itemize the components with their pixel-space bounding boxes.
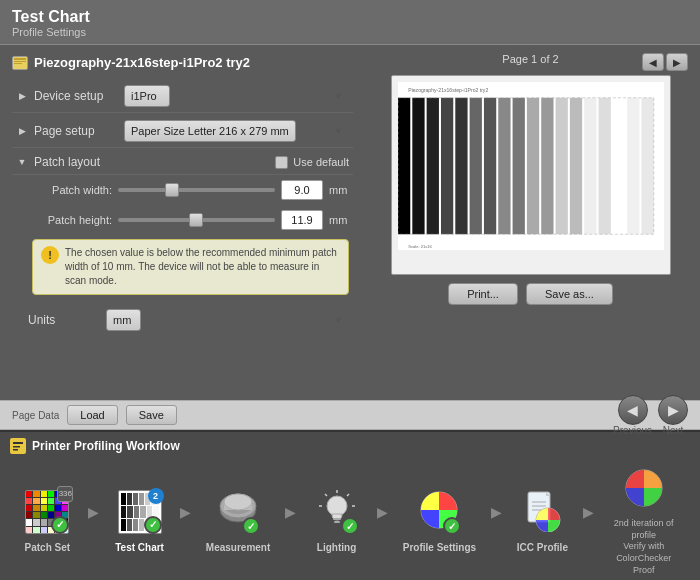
patch-layout-section: ▼ Patch layout Use default Patch width: … [12, 150, 353, 299]
svg-rect-21 [627, 98, 639, 235]
page-setup-select[interactable]: Paper Size Letter 216 x 279 mm A4 [124, 120, 296, 142]
next-label: Next [663, 425, 684, 436]
profile-name: Piezography-21x16step-i1Pro2 try2 [34, 55, 250, 70]
save-button[interactable]: Save [126, 405, 177, 425]
svg-rect-14 [526, 98, 538, 235]
page-setup-row: ▶ Page setup Paper Size Letter 216 x 279… [12, 115, 353, 148]
workflow-step-patch-set: 336 ✓ Patch Set [21, 486, 73, 553]
svg-text:Scale: 21x16: Scale: 21x16 [408, 244, 432, 249]
svg-rect-11 [483, 98, 495, 235]
page-title: Test Chart [12, 8, 688, 26]
main-area: Piezography-21x16step-i1Pro2 try2 ▶ Devi… [0, 45, 700, 400]
svg-rect-26 [13, 442, 23, 444]
load-button[interactable]: Load [67, 405, 117, 425]
icc-profile-label: ICC Profile [517, 542, 568, 553]
profile-settings-label: Profile Settings [403, 542, 476, 553]
measurement-icon-container: ✓ [212, 486, 264, 538]
previous-nav-group: ◀ Previous [613, 395, 652, 436]
svg-rect-13 [512, 98, 524, 235]
next-page-btn[interactable]: ▶ [666, 53, 688, 71]
use-default-checkbox[interactable] [275, 156, 288, 169]
units-select[interactable]: mm inch [106, 309, 141, 331]
svg-rect-12 [498, 98, 510, 235]
page-setup-toggle[interactable]: ▶ [16, 125, 28, 137]
next-nav-group: ▶ Next [658, 395, 688, 436]
chart-preview: Piezography-21x16step-i1Pro2 try2 [391, 75, 671, 275]
workflow-steps: 336 ✓ Patch Set ▶ [10, 462, 690, 576]
use-default-row: Use default [275, 156, 349, 169]
units-arrow: ▼ [334, 315, 343, 325]
prev-page-btn[interactable]: ◀ [642, 53, 664, 71]
test-chart-check: ✓ [144, 516, 162, 534]
test-chart-badge: 2 [148, 488, 164, 504]
print-button[interactable]: Print... [448, 283, 518, 305]
svg-rect-16 [555, 98, 567, 235]
svg-rect-22 [641, 98, 653, 235]
patch-layout-toggle[interactable]: ▼ [16, 156, 28, 168]
page-indicator: Page 1 of 2 [502, 53, 558, 65]
arrow-2: ▶ [180, 504, 191, 520]
page-data-label: Page Data [12, 410, 59, 421]
device-setup-toggle[interactable]: ▶ [16, 90, 28, 102]
page-setup-arrow: ▼ [334, 126, 343, 136]
use-default-label: Use default [293, 156, 349, 168]
chart-preview-inner: Piezography-21x16step-i1Pro2 try2 [398, 82, 664, 250]
patch-height-label: Patch height: [32, 214, 112, 226]
page-setup-label: Page setup [34, 124, 124, 138]
header: Test Chart Profile Settings [0, 0, 700, 45]
lighting-check: ✓ [341, 517, 359, 535]
arrow-6: ▶ [583, 504, 594, 520]
patch-width-thumb[interactable] [165, 183, 179, 197]
warning-box: ! The chosen value is below the recommen… [32, 239, 349, 295]
measurement-check: ✓ [242, 517, 260, 535]
patch-set-icon-container: 336 ✓ [21, 486, 73, 538]
units-select-wrapper: mm inch ▼ [106, 309, 349, 331]
measurement-label: Measurement [206, 542, 270, 553]
test-chart-label: Test Chart [115, 542, 164, 553]
patch-height-slider[interactable] [118, 218, 275, 222]
svg-rect-27 [13, 446, 20, 448]
left-panel: Piezography-21x16step-i1Pro2 try2 ▶ Devi… [0, 45, 365, 400]
workflow-step-lighting: ✓ Lighting [311, 486, 363, 553]
lighting-label: Lighting [317, 542, 356, 553]
patch-height-value[interactable]: 11.9 [281, 210, 323, 230]
device-setup-row: ▶ Device setup i1Pro i1Pro2 ▼ [12, 80, 353, 113]
workflow-step-test-chart: 2 ✓ Test Chart [114, 486, 166, 553]
next-button[interactable]: ▶ [658, 395, 688, 425]
patch-width-slider[interactable] [118, 188, 275, 192]
svg-rect-35 [333, 518, 341, 520]
profile-icon [12, 56, 28, 70]
workflow-section: Printer Profiling Workflow 336 ✓ [0, 430, 700, 580]
device-setup-select-wrapper: i1Pro i1Pro2 ▼ [124, 85, 349, 107]
svg-rect-20 [612, 98, 624, 235]
final-icon-container [618, 462, 670, 514]
patch-height-thumb[interactable] [189, 213, 203, 227]
svg-rect-2 [14, 61, 26, 62]
svg-rect-10 [469, 98, 481, 235]
patch-layout-label: Patch layout [34, 155, 100, 169]
page-setup-select-wrapper: Paper Size Letter 216 x 279 mm A4 ▼ [124, 120, 349, 142]
page-subtitle: Profile Settings [12, 26, 688, 38]
svg-text:Piezography-21x16step-i1Pro2 t: Piezography-21x16step-i1Pro2 try2 [408, 87, 488, 93]
svg-rect-8 [440, 98, 452, 235]
svg-rect-17 [569, 98, 581, 235]
device-setup-select[interactable]: i1Pro i1Pro2 [124, 85, 170, 107]
profile-settings-check: ✓ [443, 517, 461, 535]
svg-rect-15 [541, 98, 553, 235]
patch-height-unit: mm [329, 214, 349, 226]
svg-rect-19 [598, 98, 610, 235]
patch-width-label: Patch width: [32, 184, 112, 196]
svg-rect-5 [398, 98, 410, 235]
test-chart-icon-container: 2 ✓ [114, 486, 166, 538]
warning-icon: ! [41, 246, 59, 264]
workflow-step-icc-profile: ICC Profile [516, 486, 568, 553]
save-as-button[interactable]: Save as... [526, 283, 613, 305]
patch-width-value[interactable]: 9.0 [281, 180, 323, 200]
svg-line-40 [325, 494, 327, 496]
svg-rect-3 [14, 63, 22, 64]
previous-button[interactable]: ◀ [618, 395, 648, 425]
nav-buttons: ◀ Previous ▶ Next [613, 395, 688, 436]
arrow-4: ▶ [377, 504, 388, 520]
right-panel: Page 1 of 2 ◀ ▶ Piezography-21x16step-i1… [365, 45, 700, 400]
profile-settings-icon-container: ✓ [413, 486, 465, 538]
